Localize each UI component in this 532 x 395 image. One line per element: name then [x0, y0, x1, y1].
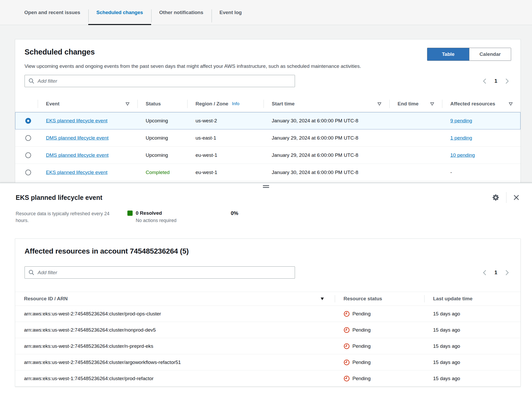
event-affected-resources: 1 pending — [442, 135, 521, 141]
prev-page-icon[interactable] — [483, 270, 487, 276]
header-event[interactable]: Event — [38, 96, 137, 112]
resources-filter-input[interactable] — [38, 270, 291, 276]
last-update-time[interactable]: 15 days ago — [433, 360, 460, 365]
pending-clock-icon — [344, 327, 350, 333]
resources-pagination: 1 — [483, 270, 511, 276]
resource-arn: arn:aws:eks:us-west-2:745485236264:clust… — [15, 360, 335, 365]
resolved-percent: 0% — [231, 210, 238, 216]
event-start-time: January 30, 2024 at 6:00:00 PM UTC-8 — [263, 118, 389, 124]
refresh-note: Resource data is typically refreshed eve… — [16, 210, 112, 224]
split-panel-drag-handle[interactable] — [263, 185, 269, 188]
resources-table-header: Resource ID / ARN Resource status Last u… — [15, 292, 521, 306]
affected-resources-table: Resource ID / ARN Resource status Last u… — [15, 292, 521, 387]
header-resource-status: Resource status — [335, 292, 424, 306]
search-icon — [28, 78, 34, 84]
pending-clock-icon — [344, 375, 350, 382]
resource-arn: arn:aws:eks:us-west-2:745485236264:clust… — [15, 327, 335, 333]
resource-status: Pending — [344, 327, 418, 333]
split-panel: EKS planned lifecycle event — [0, 183, 532, 395]
view-toggle-calendar[interactable]: Calendar — [469, 48, 511, 61]
event-start-time: January 29, 2024 at 6:00:00 PM UTC-8 — [263, 152, 389, 158]
resolved-count: 0 Resolved — [136, 210, 162, 216]
affected-resources-link[interactable]: 9 pending — [450, 118, 472, 123]
event-affected-resources: - — [442, 170, 521, 175]
event-region: eu-west-1 — [187, 170, 263, 175]
header-start-time[interactable]: Start time — [263, 96, 389, 112]
event-region: eu-west-1 — [187, 152, 263, 158]
events-pagination: 1 — [483, 78, 511, 84]
event-start-time: January 29, 2024 at 6:00:00 PM UTC-8 — [263, 135, 389, 141]
last-update-time[interactable]: 15 days ago — [433, 376, 460, 381]
sort-icon[interactable] — [126, 102, 129, 106]
resolved-summary: 0 Resolved No actions required — [127, 210, 206, 223]
row-radio-button[interactable] — [25, 170, 31, 175]
event-status: Completed — [137, 170, 187, 175]
resolved-sublabel: No actions required — [136, 218, 206, 223]
resolved-status-icon — [127, 211, 133, 216]
region-info-link[interactable]: Info — [232, 101, 239, 106]
next-page-icon[interactable] — [505, 78, 509, 84]
page-number[interactable]: 1 — [494, 270, 497, 276]
event-link[interactable]: EKS planned lifecycle event — [46, 118, 108, 123]
row-radio-button[interactable] — [25, 118, 31, 124]
event-link[interactable]: DMS planned lifecycle event — [46, 135, 109, 141]
resource-table-row[interactable]: arn:aws:eks:us-west-2:745485236264:clust… — [15, 322, 521, 338]
events-filter[interactable] — [25, 75, 295, 87]
prev-page-icon[interactable] — [483, 78, 487, 84]
row-radio-button[interactable] — [25, 152, 31, 158]
page-number[interactable]: 1 — [494, 78, 497, 84]
resources-filter[interactable] — [25, 266, 295, 279]
event-link[interactable]: EKS planned lifecycle event — [46, 170, 108, 175]
resource-table-row[interactable]: arn:aws:eks:us-west-2:745485236264:clust… — [15, 338, 521, 354]
events-filter-input[interactable] — [38, 78, 291, 84]
row-radio-button[interactable] — [25, 135, 31, 141]
divider — [506, 192, 506, 203]
events-table-header: Event Status Region / Zone Info Start ti… — [15, 96, 521, 112]
pending-clock-icon — [344, 343, 350, 349]
last-update-time[interactable]: 15 days ago — [433, 311, 460, 317]
header-resource-id-arn[interactable]: Resource ID / ARN — [15, 292, 335, 306]
event-affected-resources: 10 pending — [442, 152, 521, 158]
event-status: Upcoming — [137, 118, 187, 124]
sort-desc-icon[interactable] — [320, 297, 324, 301]
view-toggle: Table Calendar — [427, 48, 511, 61]
tab-event-log[interactable]: Event log — [211, 0, 250, 25]
header-end-time[interactable]: End time — [389, 96, 442, 112]
event-status: Upcoming — [137, 152, 187, 158]
resource-arn: arn:aws:eks:us-west-2:745485236264:clust… — [15, 311, 335, 317]
tab-scheduled-changes[interactable]: Scheduled changes — [88, 0, 151, 25]
event-table-row[interactable]: EKS planned lifecycle event Completed eu… — [15, 164, 521, 181]
event-link[interactable]: DMS planned lifecycle event — [46, 152, 109, 158]
header-selection-column — [15, 96, 38, 112]
sort-icon[interactable] — [430, 102, 434, 106]
settings-gear-icon[interactable] — [492, 193, 500, 202]
affected-resources-panel: Affected resources in account 7454852362… — [15, 238, 521, 387]
view-toggle-table[interactable]: Table — [427, 48, 469, 61]
pending-clock-icon — [344, 311, 350, 317]
resource-table-row[interactable]: arn:aws:eks:us-west-2:745485236264:clust… — [15, 306, 521, 322]
event-table-row[interactable]: EKS planned lifecycle event Upcoming us-… — [15, 112, 521, 129]
event-table-row[interactable]: DMS planned lifecycle event Upcoming eu-… — [15, 147, 521, 164]
close-icon[interactable] — [513, 194, 520, 201]
header-region-zone: Region / Zone Info — [187, 96, 263, 112]
tab-open-recent-issues[interactable]: Open and recent issues — [16, 0, 88, 25]
health-dashboard-tabs: Open and recent issuesScheduled changesO… — [0, 0, 532, 25]
header-affected-resources[interactable]: Affected resources — [442, 96, 521, 112]
last-update-time[interactable]: 15 days ago — [433, 343, 460, 349]
split-panel-title: EKS planned lifecycle event — [16, 194, 102, 201]
resource-table-row[interactable]: arn:aws:eks:us-west-1:745485236264:clust… — [15, 370, 521, 387]
resource-arn: arn:aws:eks:us-west-1:745485236264:clust… — [15, 376, 335, 381]
event-region: us-east-1 — [187, 135, 263, 141]
last-update-time[interactable]: 15 days ago — [433, 327, 460, 333]
tab-other-notifications[interactable]: Other notifications — [151, 0, 211, 25]
sort-icon[interactable] — [509, 102, 513, 106]
affected-resources-link[interactable]: 1 pending — [450, 135, 472, 141]
event-table-row[interactable]: DMS planned lifecycle event Upcoming us-… — [15, 129, 521, 147]
affected-resources-link[interactable]: 10 pending — [450, 152, 475, 158]
scheduled-changes-panel: Scheduled changes Table Calendar View up… — [15, 39, 521, 184]
resource-table-row[interactable]: arn:aws:eks:us-west-2:745485236264:clust… — [15, 354, 521, 370]
pending-clock-icon — [344, 359, 350, 366]
search-icon — [28, 270, 34, 276]
next-page-icon[interactable] — [505, 270, 509, 276]
sort-icon[interactable] — [377, 102, 381, 106]
